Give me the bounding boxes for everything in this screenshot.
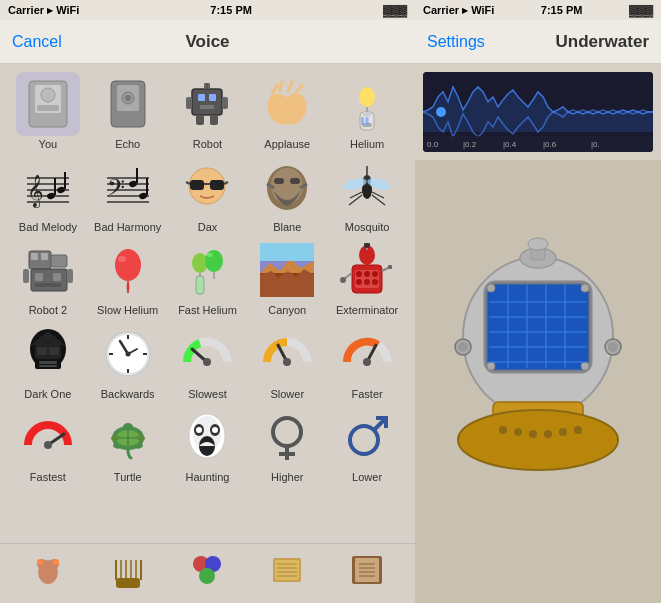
voice-item-you[interactable]: You [12, 72, 84, 151]
voice-item-slow-helium[interactable]: Slow Helium [92, 238, 164, 317]
waveform-container[interactable]: 0.0 |0.2 |0.4 |0.6 |0. [423, 72, 653, 152]
voice-item-higher[interactable]: Higher [251, 405, 323, 484]
slowest-icon [175, 322, 239, 386]
partial-item-2[interactable] [92, 550, 164, 598]
svg-point-102 [356, 279, 362, 285]
faster-icon [335, 322, 399, 386]
svg-text:|0.: |0. [591, 140, 600, 149]
svg-point-171 [199, 568, 215, 584]
voice-grid: You Echo [0, 64, 415, 543]
svg-point-127 [125, 351, 130, 356]
lower-label: Lower [352, 471, 382, 484]
voice-item-fast-helium[interactable]: Fast Helium [171, 238, 243, 317]
cancel-button[interactable]: Cancel [12, 33, 62, 51]
svg-rect-78 [53, 273, 61, 281]
left-status-bar: Carrier ▸ WiFi 7:15 PM ▓▓▓ [0, 0, 415, 20]
voice-item-exterminator[interactable]: Exterminator [331, 238, 403, 317]
robot2-icon [16, 238, 80, 302]
canyon-label: Canyon [268, 304, 306, 317]
svg-point-131 [283, 358, 291, 366]
voice-item-mosquito[interactable]: Mosquito [331, 155, 403, 234]
voice-item-turtle[interactable]: Turtle [92, 405, 164, 484]
bad-harmony-icon: 𝄢 [96, 155, 160, 219]
svg-point-135 [44, 441, 52, 449]
helium-label: Helium [350, 138, 384, 151]
svg-text:|0.6: |0.6 [543, 140, 557, 149]
svg-point-149 [196, 427, 202, 433]
voice-item-fastest[interactable]: Fastest [12, 405, 84, 484]
blane-icon [255, 155, 319, 219]
svg-text:𝄞: 𝄞 [27, 174, 44, 209]
svg-rect-77 [35, 273, 43, 281]
svg-rect-75 [51, 255, 67, 267]
svg-point-58 [271, 168, 303, 204]
partial-item-1[interactable] [12, 550, 84, 598]
voice-item-blane[interactable]: Blane [251, 155, 323, 234]
echo-icon [96, 72, 160, 136]
svg-rect-14 [186, 97, 192, 109]
lower-icon [335, 405, 399, 469]
svg-rect-17 [210, 115, 218, 125]
robot-label: Robot [193, 138, 222, 151]
svg-rect-110 [388, 265, 392, 269]
higher-icon [255, 405, 319, 469]
slow-helium-icon [96, 238, 160, 302]
svg-point-185 [436, 107, 446, 117]
right-nav-bar: Settings Underwater [415, 20, 661, 64]
voice-item-helium[interactable]: Helium [331, 72, 403, 151]
voice-item-slowest[interactable]: Slowest [171, 322, 243, 401]
mosquito-label: Mosquito [345, 221, 390, 234]
voice-item-bad-melody[interactable]: 𝄞 Bad Melody [12, 155, 84, 234]
partial-item-3[interactable] [171, 550, 243, 598]
voice-item-slower[interactable]: Slower [251, 322, 323, 401]
svg-rect-195 [487, 284, 589, 370]
svg-line-23 [296, 85, 302, 93]
svg-point-103 [364, 279, 370, 285]
voice-item-robot[interactable]: Robot [171, 72, 243, 151]
svg-point-133 [363, 358, 371, 366]
svg-point-213 [514, 428, 522, 436]
settings-button[interactable]: Settings [427, 33, 485, 51]
voice-item-robot2[interactable]: Robot 2 [12, 238, 84, 317]
voice-row-3: Robot 2 Slow Helium [0, 238, 415, 317]
voice-item-haunting[interactable]: Haunting [171, 405, 243, 484]
svg-point-215 [544, 430, 552, 438]
voice-item-dax[interactable]: Dax [171, 155, 243, 234]
backwards-label: Backwards [101, 388, 155, 401]
higher-label: Higher [271, 471, 303, 484]
left-nav-bar: Cancel Voice [0, 20, 415, 64]
voice-item-bad-harmony[interactable]: 𝄢 Bad Harmony [92, 155, 164, 234]
svg-point-211 [458, 410, 618, 470]
carrier-left: Carrier ▸ WiFi [8, 4, 79, 17]
svg-rect-59 [274, 178, 284, 184]
svg-line-68 [349, 195, 362, 205]
svg-rect-10 [209, 94, 216, 101]
waveform-display: 0.0 |0.2 |0.4 |0.6 |0. [423, 72, 653, 152]
voice-item-backwards[interactable]: Backwards [92, 322, 164, 401]
voice-item-faster[interactable]: Faster [331, 322, 403, 401]
time-left: 7:15 PM [210, 4, 252, 16]
voice-row-4: Dark One [0, 322, 415, 401]
svg-point-82 [115, 249, 141, 281]
mosquito-icon [335, 155, 399, 219]
voice-item-canyon[interactable]: Canyon [251, 238, 323, 317]
voice-item-applause[interactable]: Applause [251, 72, 323, 151]
svg-text:0.0: 0.0 [427, 140, 439, 149]
svg-point-24 [359, 87, 375, 107]
svg-rect-30 [366, 117, 369, 125]
svg-rect-52 [190, 180, 204, 190]
you-icon [16, 72, 80, 136]
partial-row [0, 543, 415, 603]
svg-line-22 [288, 82, 292, 91]
voice-item-echo[interactable]: Echo [92, 72, 164, 151]
svg-point-197 [581, 284, 589, 292]
partial-item-4[interactable] [251, 550, 323, 598]
robot2-label: Robot 2 [29, 304, 68, 317]
voice-item-dark-one[interactable]: Dark One [12, 322, 84, 401]
svg-rect-118 [39, 365, 57, 367]
turtle-icon [96, 405, 160, 469]
voice-title: Voice [185, 32, 229, 52]
partial-item-5[interactable] [331, 550, 403, 598]
svg-text:|0.2: |0.2 [463, 140, 477, 149]
voice-item-lower[interactable]: Lower [331, 405, 403, 484]
